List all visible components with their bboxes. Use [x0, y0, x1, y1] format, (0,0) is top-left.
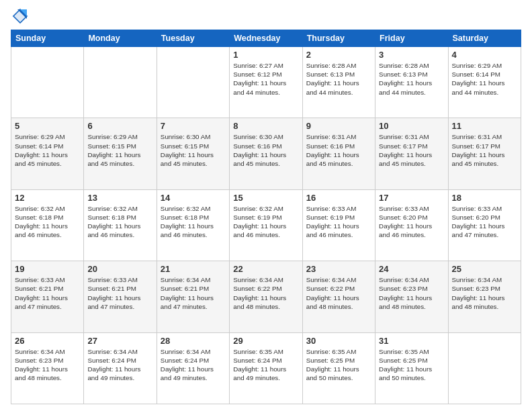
- day-number: 24: [379, 264, 444, 274]
- col-monday: Monday: [84, 30, 157, 47]
- day-info: Sunrise: 6:30 AM Sunset: 6:16 PM Dayligh…: [233, 132, 298, 168]
- day-number: 9: [306, 121, 371, 131]
- table-row: 13Sunrise: 6:32 AM Sunset: 6:18 PM Dayli…: [84, 189, 157, 261]
- day-number: 21: [161, 264, 226, 274]
- table-row: 25Sunrise: 6:34 AM Sunset: 6:23 PM Dayli…: [448, 261, 521, 332]
- calendar-header-row: Sunday Monday Tuesday Wednesday Thursday…: [11, 30, 521, 47]
- day-number: 8: [233, 121, 298, 131]
- col-saturday: Saturday: [448, 30, 521, 47]
- table-row: 4Sunrise: 6:29 AM Sunset: 6:14 PM Daylig…: [448, 47, 521, 118]
- day-info: Sunrise: 6:27 AM Sunset: 6:12 PM Dayligh…: [233, 61, 298, 97]
- day-number: 20: [87, 264, 152, 274]
- logo: [11, 7, 32, 26]
- page: Sunday Monday Tuesday Wednesday Thursday…: [0, 0, 532, 411]
- table-row: 19Sunrise: 6:33 AM Sunset: 6:21 PM Dayli…: [11, 261, 84, 332]
- table-row: 30Sunrise: 6:35 AM Sunset: 6:25 PM Dayli…: [302, 332, 375, 404]
- calendar-week-row: 12Sunrise: 6:32 AM Sunset: 6:18 PM Dayli…: [11, 189, 521, 261]
- day-number: 26: [15, 336, 80, 346]
- day-info: Sunrise: 6:29 AM Sunset: 6:14 PM Dayligh…: [452, 61, 517, 97]
- day-number: 18: [452, 193, 517, 203]
- day-number: 6: [87, 121, 152, 131]
- day-info: Sunrise: 6:32 AM Sunset: 6:19 PM Dayligh…: [233, 204, 298, 240]
- table-row: [11, 47, 84, 118]
- day-info: Sunrise: 6:31 AM Sunset: 6:16 PM Dayligh…: [306, 132, 371, 168]
- table-row: [448, 332, 521, 404]
- day-number: 7: [161, 121, 226, 131]
- day-number: 13: [87, 193, 152, 203]
- day-info: Sunrise: 6:33 AM Sunset: 6:21 PM Dayligh…: [15, 275, 80, 311]
- day-info: Sunrise: 6:35 AM Sunset: 6:25 PM Dayligh…: [306, 347, 371, 383]
- day-number: 23: [306, 264, 371, 274]
- calendar: Sunday Monday Tuesday Wednesday Thursday…: [11, 30, 521, 404]
- day-info: Sunrise: 6:30 AM Sunset: 6:15 PM Dayligh…: [161, 132, 226, 168]
- table-row: 21Sunrise: 6:34 AM Sunset: 6:21 PM Dayli…: [157, 261, 229, 332]
- day-info: Sunrise: 6:28 AM Sunset: 6:13 PM Dayligh…: [379, 61, 444, 97]
- day-info: Sunrise: 6:29 AM Sunset: 6:14 PM Dayligh…: [15, 132, 80, 168]
- col-tuesday: Tuesday: [157, 30, 229, 47]
- table-row: 5Sunrise: 6:29 AM Sunset: 6:14 PM Daylig…: [11, 118, 84, 189]
- day-info: Sunrise: 6:35 AM Sunset: 6:25 PM Dayligh…: [379, 347, 444, 383]
- table-row: 29Sunrise: 6:35 AM Sunset: 6:24 PM Dayli…: [230, 332, 302, 404]
- day-number: 11: [452, 121, 517, 131]
- day-info: Sunrise: 6:33 AM Sunset: 6:20 PM Dayligh…: [379, 204, 444, 240]
- day-info: Sunrise: 6:34 AM Sunset: 6:24 PM Dayligh…: [161, 347, 226, 383]
- table-row: 16Sunrise: 6:33 AM Sunset: 6:19 PM Dayli…: [302, 189, 375, 261]
- day-number: 15: [233, 193, 298, 203]
- table-row: 12Sunrise: 6:32 AM Sunset: 6:18 PM Dayli…: [11, 189, 84, 261]
- day-info: Sunrise: 6:34 AM Sunset: 6:21 PM Dayligh…: [161, 275, 226, 311]
- day-number: 29: [233, 336, 298, 346]
- table-row: [157, 47, 229, 118]
- table-row: 11Sunrise: 6:31 AM Sunset: 6:17 PM Dayli…: [448, 118, 521, 189]
- day-number: 1: [233, 50, 298, 60]
- day-number: 2: [306, 50, 371, 60]
- day-info: Sunrise: 6:34 AM Sunset: 6:22 PM Dayligh…: [306, 275, 371, 311]
- table-row: 8Sunrise: 6:30 AM Sunset: 6:16 PM Daylig…: [230, 118, 302, 189]
- day-number: 27: [87, 336, 152, 346]
- day-number: 22: [233, 264, 298, 274]
- table-row: 28Sunrise: 6:34 AM Sunset: 6:24 PM Dayli…: [157, 332, 229, 404]
- day-info: Sunrise: 6:34 AM Sunset: 6:22 PM Dayligh…: [233, 275, 298, 311]
- table-row: 15Sunrise: 6:32 AM Sunset: 6:19 PM Dayli…: [230, 189, 302, 261]
- table-row: 23Sunrise: 6:34 AM Sunset: 6:22 PM Dayli…: [302, 261, 375, 332]
- day-info: Sunrise: 6:32 AM Sunset: 6:18 PM Dayligh…: [87, 204, 152, 240]
- day-info: Sunrise: 6:34 AM Sunset: 6:23 PM Dayligh…: [452, 275, 517, 311]
- calendar-week-row: 26Sunrise: 6:34 AM Sunset: 6:23 PM Dayli…: [11, 332, 521, 404]
- calendar-week-row: 19Sunrise: 6:33 AM Sunset: 6:21 PM Dayli…: [11, 261, 521, 332]
- day-info: Sunrise: 6:32 AM Sunset: 6:18 PM Dayligh…: [15, 204, 80, 240]
- day-info: Sunrise: 6:33 AM Sunset: 6:21 PM Dayligh…: [87, 275, 152, 311]
- table-row: 20Sunrise: 6:33 AM Sunset: 6:21 PM Dayli…: [84, 261, 157, 332]
- day-number: 3: [379, 50, 444, 60]
- col-sunday: Sunday: [11, 30, 84, 47]
- day-info: Sunrise: 6:34 AM Sunset: 6:23 PM Dayligh…: [379, 275, 444, 311]
- day-number: 31: [379, 336, 444, 346]
- day-number: 19: [15, 264, 80, 274]
- day-number: 14: [161, 193, 226, 203]
- calendar-week-row: 5Sunrise: 6:29 AM Sunset: 6:14 PM Daylig…: [11, 118, 521, 189]
- table-row: 26Sunrise: 6:34 AM Sunset: 6:23 PM Dayli…: [11, 332, 84, 404]
- table-row: 22Sunrise: 6:34 AM Sunset: 6:22 PM Dayli…: [230, 261, 302, 332]
- day-number: 30: [306, 336, 371, 346]
- day-info: Sunrise: 6:32 AM Sunset: 6:18 PM Dayligh…: [161, 204, 226, 240]
- day-info: Sunrise: 6:33 AM Sunset: 6:20 PM Dayligh…: [452, 204, 517, 240]
- day-info: Sunrise: 6:34 AM Sunset: 6:24 PM Dayligh…: [87, 347, 152, 383]
- table-row: 6Sunrise: 6:29 AM Sunset: 6:15 PM Daylig…: [84, 118, 157, 189]
- day-info: Sunrise: 6:33 AM Sunset: 6:19 PM Dayligh…: [306, 204, 371, 240]
- day-number: 25: [452, 264, 517, 274]
- header: [11, 7, 521, 26]
- table-row: 10Sunrise: 6:31 AM Sunset: 6:17 PM Dayli…: [375, 118, 448, 189]
- col-thursday: Thursday: [302, 30, 375, 47]
- table-row: 1Sunrise: 6:27 AM Sunset: 6:12 PM Daylig…: [230, 47, 302, 118]
- day-number: 17: [379, 193, 444, 203]
- table-row: [84, 47, 157, 118]
- table-row: 17Sunrise: 6:33 AM Sunset: 6:20 PM Dayli…: [375, 189, 448, 261]
- calendar-week-row: 1Sunrise: 6:27 AM Sunset: 6:12 PM Daylig…: [11, 47, 521, 118]
- table-row: 24Sunrise: 6:34 AM Sunset: 6:23 PM Dayli…: [375, 261, 448, 332]
- day-number: 4: [452, 50, 517, 60]
- day-info: Sunrise: 6:35 AM Sunset: 6:24 PM Dayligh…: [233, 347, 298, 383]
- table-row: 18Sunrise: 6:33 AM Sunset: 6:20 PM Dayli…: [448, 189, 521, 261]
- table-row: 9Sunrise: 6:31 AM Sunset: 6:16 PM Daylig…: [302, 118, 375, 189]
- day-info: Sunrise: 6:28 AM Sunset: 6:13 PM Dayligh…: [306, 61, 371, 97]
- day-number: 12: [15, 193, 80, 203]
- table-row: 31Sunrise: 6:35 AM Sunset: 6:25 PM Dayli…: [375, 332, 448, 404]
- day-number: 10: [379, 121, 444, 131]
